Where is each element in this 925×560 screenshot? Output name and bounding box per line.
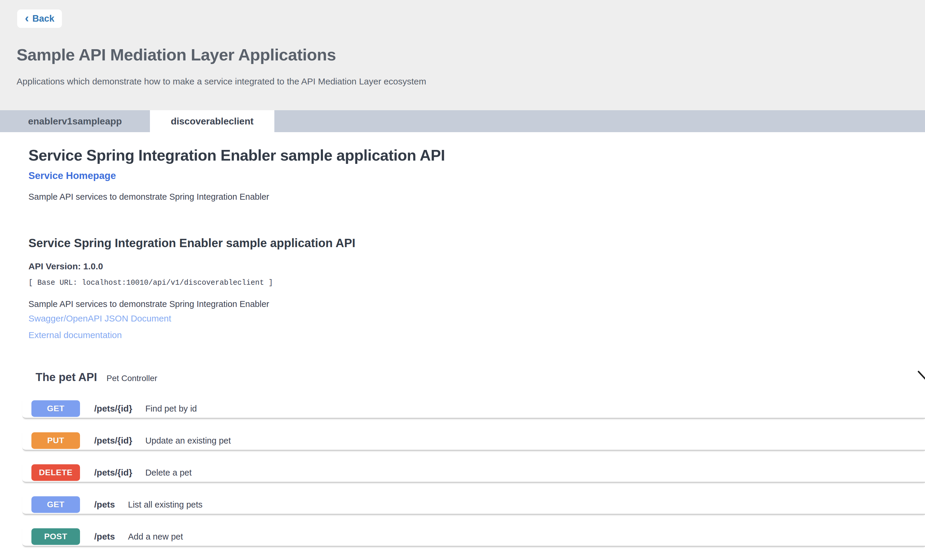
endpoint-path: /pets/{id} [94,468,132,478]
endpoint-row[interactable]: GET /pets List all existing pets [22,493,925,525]
endpoint-path: /pets/{id} [94,435,132,446]
swagger-json-link[interactable]: Swagger/OpenAPI JSON Document [29,313,171,324]
page-header: ‹ Back Sample API Mediation Layer Applic… [0,0,925,110]
service-title: Service Spring Integration Enabler sampl… [29,146,445,164]
service-description: Sample API services to demonstrate Sprin… [29,192,269,202]
external-docs-link[interactable]: External documentation [29,330,122,340]
endpoint-description: Add a new pet [128,532,183,542]
endpoint-description: Update an existing pet [145,436,231,446]
method-badge: GET [32,496,80,513]
method-badge: GET [32,400,80,417]
tag-subtitle: Pet Controller [107,373,157,383]
method-badge: DELETE [32,464,80,481]
api-doc-title: Service Spring Integration Enabler sampl… [29,236,355,250]
endpoint-row[interactable]: POST /pets Add a new pet [22,525,925,557]
tab-enablerv1sampleapp[interactable]: enablerv1sampleapp [0,110,150,132]
page-subtitle: Applications which demonstrate how to ma… [17,77,426,87]
method-badge: POST [32,528,80,545]
endpoint-row[interactable]: DELETE /pets/{id} Delete a pet [22,461,925,493]
api-version: API Version: 1.0.0 [29,261,103,271]
chevron-down-icon[interactable] [917,369,925,384]
method-badge: PUT [32,432,80,449]
back-button-label: Back [32,14,54,24]
endpoint-path: /pets [94,531,115,542]
endpoint-path: /pets [94,500,115,510]
tag-section-header[interactable]: The pet API Pet Controller [36,371,157,384]
endpoint-path: /pets/{id} [94,403,132,414]
page-title: Sample API Mediation Layer Applications [17,45,336,64]
api-catalog-page: ‹ Back Sample API Mediation Layer Applic… [0,0,925,560]
api-doc-description: Sample API services to demonstrate Sprin… [29,299,269,309]
endpoint-row[interactable]: PUT /pets/{id} Update an existing pet [22,429,925,461]
tab-discoverableclient[interactable]: discoverableclient [150,110,274,132]
endpoint-row[interactable]: GET /pets/{id} Find pet by id [22,397,925,429]
tag-title: The pet API [36,371,97,384]
endpoint-description: Find pet by id [145,404,197,414]
service-homepage-link[interactable]: Service Homepage [29,170,116,181]
service-detail-panel: Service Spring Integration Enabler sampl… [0,132,925,560]
service-tabbar: enablerv1sampleapp discoverableclient [0,110,925,132]
endpoint-description: Delete a pet [145,468,191,478]
endpoint-description: List all existing pets [128,500,202,510]
api-base-url: [ Base URL: localhost:10010/api/v1/disco… [29,278,273,287]
endpoint-list: GET /pets/{id} Find pet by id PUT /pets/… [22,397,925,557]
chevron-left-icon: ‹ [25,12,29,24]
back-button[interactable]: ‹ Back [17,9,62,28]
